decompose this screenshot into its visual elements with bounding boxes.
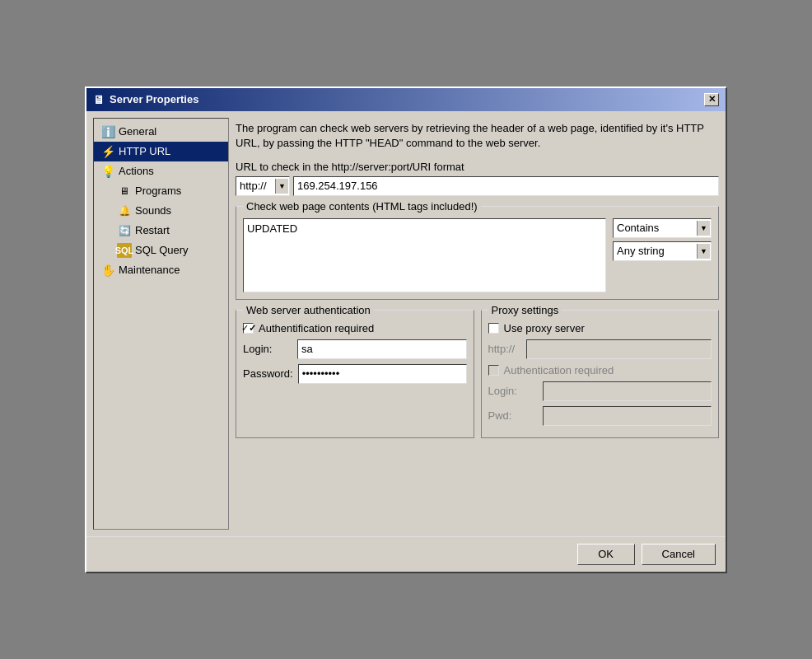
sidebar-item-label: Restart — [135, 224, 170, 236]
login-row: Login: — [243, 339, 467, 359]
http-url-icon: ⚡ — [100, 144, 115, 159]
proxy-label: Proxy settings — [488, 304, 562, 316]
sidebar-item-label: General — [119, 125, 156, 138]
content-dropdowns: Contains Does not contain ▼ Any string S… — [613, 218, 712, 292]
proxy-pwd-input — [543, 406, 712, 426]
sidebar-item-maintenance[interactable]: ✋ Maintenance — [94, 260, 228, 280]
proxy-auth-checkbox — [488, 365, 499, 376]
bottom-sections: Web server authentication ✓ Authentifica… — [236, 306, 719, 438]
string-type-wrapper: Any string Specific string ▼ — [613, 241, 712, 261]
sidebar-item-sounds[interactable]: 🔔 Sounds — [94, 201, 228, 221]
sidebar-item-label: Actions — [119, 165, 154, 177]
general-icon: ℹ️ — [100, 124, 115, 139]
string-type-select[interactable]: Any string Specific string — [613, 241, 712, 261]
proxy-auth-label: Authentication required — [504, 364, 614, 376]
content-check-area: UPDATED Contains Does not contain ▼ Any … — [243, 218, 712, 292]
use-proxy-label: Use proxy server — [504, 322, 585, 334]
sidebar-item-programs[interactable]: 🖥 Programs — [94, 181, 228, 201]
contains-select[interactable]: Contains Does not contain — [613, 218, 712, 238]
sidebar-item-sql-query[interactable]: SQL SQL Query — [94, 241, 228, 260]
url-row: http:// https:// ▼ — [236, 176, 719, 196]
sounds-icon: 🔔 — [117, 203, 132, 218]
auth-required-row: ✓ Authentification required — [243, 322, 467, 334]
contains-wrapper: Contains Does not contain ▼ — [613, 218, 712, 238]
sidebar-item-label: Programs — [135, 185, 181, 197]
proxy-http-row: http:// — [488, 339, 712, 359]
login-input[interactable] — [297, 339, 467, 359]
sidebar-item-general[interactable]: ℹ️ General — [94, 122, 228, 142]
content-check-label: Check web page contents (HTML tags inclu… — [243, 200, 481, 213]
use-proxy-row: Use proxy server — [488, 322, 712, 334]
programs-icon: 🖥 — [117, 184, 132, 199]
sidebar-item-label: SQL Query — [135, 244, 189, 256]
ok-button[interactable]: OK — [577, 544, 635, 565]
sidebar-item-label: Maintenance — [119, 264, 180, 276]
proxy-http-input — [526, 339, 712, 359]
sql-icon: SQL — [117, 243, 132, 258]
url-address-input[interactable] — [293, 176, 719, 196]
web-auth-group: Web server authentication ✓ Authentifica… — [236, 310, 474, 438]
proxy-login-label: Login: — [488, 385, 538, 397]
password-row: Password: — [243, 364, 467, 384]
dialog-title: Server Properties — [93, 93, 198, 106]
url-section: URL to check in the http://server:port/U… — [236, 161, 719, 196]
maintenance-icon: ✋ — [100, 263, 115, 278]
close-button[interactable]: ✕ — [704, 93, 719, 106]
proxy-group: Proxy settings Use proxy server http:// … — [481, 310, 720, 438]
restart-icon: 🔄 — [117, 223, 132, 238]
main-content: The program can check web servers by ret… — [236, 118, 719, 530]
sidebar: ℹ️ General ⚡ HTTP URL 💡 Actions 🖥 Progra… — [93, 118, 229, 530]
proxy-pwd-row: Pwd: — [488, 406, 712, 426]
sidebar-item-http-url[interactable]: ⚡ HTTP URL — [94, 142, 228, 161]
description-text: The program can check web servers by ret… — [236, 118, 719, 154]
url-protocol-wrapper: http:// https:// ▼ — [236, 176, 290, 196]
content-check-group: Check web page contents (HTML tags inclu… — [236, 206, 719, 300]
proxy-http-label: http:// — [488, 343, 521, 355]
cancel-button[interactable]: Cancel — [642, 544, 716, 565]
sidebar-item-actions[interactable]: 💡 Actions — [94, 161, 228, 181]
login-label: Login: — [243, 343, 292, 355]
url-label: URL to check in the http://server:port/U… — [236, 161, 719, 173]
proxy-login-input — [543, 381, 712, 401]
sidebar-item-label: Sounds — [135, 204, 171, 217]
auth-required-label: Authentification required — [259, 322, 374, 334]
content-textarea[interactable]: UPDATED — [243, 218, 606, 292]
use-proxy-checkbox[interactable] — [488, 323, 499, 334]
proxy-pwd-label: Pwd: — [488, 409, 538, 422]
title-bar: Server Properties ✕ — [86, 88, 726, 111]
auth-required-checkbox[interactable]: ✓ — [243, 323, 254, 334]
dialog-footer: OK Cancel — [86, 536, 726, 572]
proxy-auth-row: Authentication required — [488, 364, 712, 376]
actions-icon: 💡 — [100, 164, 115, 179]
server-properties-dialog: Server Properties ✕ ℹ️ General ⚡ HTTP UR… — [85, 86, 727, 573]
password-label: Password: — [243, 367, 293, 380]
sidebar-item-label: HTTP URL — [119, 145, 170, 157]
password-input[interactable] — [298, 364, 467, 384]
sidebar-item-restart[interactable]: 🔄 Restart — [94, 221, 228, 241]
dialog-body: ℹ️ General ⚡ HTTP URL 💡 Actions 🖥 Progra… — [86, 111, 726, 536]
web-auth-label: Web server authentication — [243, 304, 374, 316]
proxy-login-row: Login: — [488, 381, 712, 401]
url-protocol-select[interactable]: http:// https:// — [236, 176, 290, 196]
